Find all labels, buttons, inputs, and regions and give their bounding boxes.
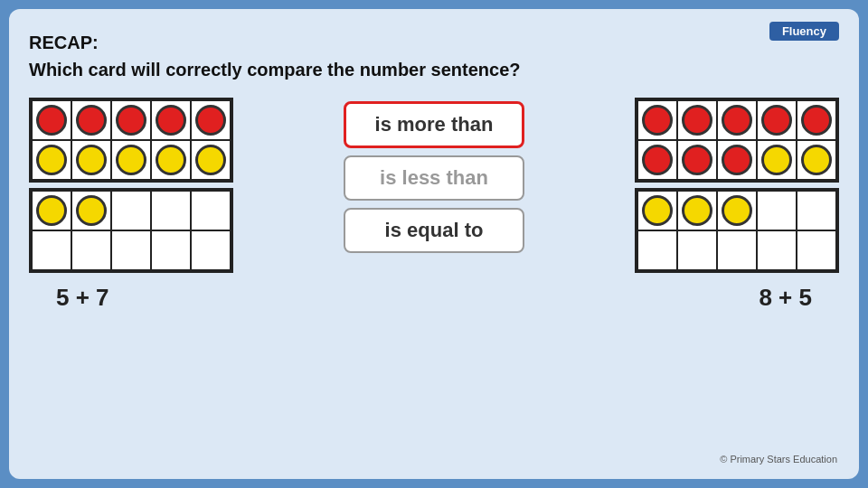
red-circle xyxy=(76,105,107,136)
cell xyxy=(151,230,191,270)
left-ten-frames xyxy=(29,98,233,273)
header-line2: Which card will correctly compare the nu… xyxy=(29,56,839,83)
is-equal-to-card[interactable]: is equal to xyxy=(344,208,524,253)
red-circle xyxy=(156,105,186,136)
comparison-cards: is more than is less than is equal to xyxy=(233,101,635,253)
main-panel: Fluency RECAP: Which card will correctly… xyxy=(9,9,859,479)
header-text: RECAP: Which card will correctly compare… xyxy=(29,29,839,83)
right-ten-frames xyxy=(635,98,839,273)
red-circle xyxy=(36,105,67,136)
red-circle xyxy=(722,145,752,175)
bottom-labels: 5 + 7 8 + 5 xyxy=(29,284,839,312)
red-circle xyxy=(642,145,673,175)
cell xyxy=(757,230,797,270)
yellow-circle xyxy=(761,145,792,175)
cell xyxy=(32,230,71,270)
right-equation: 8 + 5 xyxy=(759,284,812,312)
is-less-than-card[interactable]: is less than xyxy=(344,155,524,201)
cell xyxy=(71,230,111,270)
cell xyxy=(151,140,191,180)
yellow-circle xyxy=(682,195,712,226)
cell xyxy=(797,230,836,270)
right-bottom-frame xyxy=(635,188,839,273)
cell xyxy=(191,100,231,140)
cell xyxy=(757,140,797,180)
yellow-circle xyxy=(642,195,673,226)
left-equation: 5 + 7 xyxy=(56,284,109,312)
cell xyxy=(797,191,836,230)
yellow-circle xyxy=(801,145,832,175)
yellow-circle xyxy=(195,145,226,175)
cell xyxy=(677,100,717,140)
left-top-frame xyxy=(29,98,233,183)
red-circle xyxy=(682,105,712,136)
red-circle xyxy=(195,105,226,136)
main-layout: is more than is less than is equal to xyxy=(29,98,839,273)
cell xyxy=(111,140,151,180)
yellow-circle xyxy=(36,145,67,175)
cell xyxy=(637,140,677,180)
cell xyxy=(111,100,151,140)
cell xyxy=(677,230,717,270)
yellow-circle xyxy=(76,145,107,175)
cell xyxy=(757,100,797,140)
cell xyxy=(191,191,231,230)
copyright-text: © Primary Stars Education xyxy=(720,454,837,465)
cell xyxy=(717,230,757,270)
cell xyxy=(32,191,71,230)
red-circle xyxy=(801,105,832,136)
right-top-frame xyxy=(635,98,839,183)
yellow-circle xyxy=(76,195,107,226)
cell xyxy=(71,100,111,140)
cell xyxy=(32,140,71,180)
cell xyxy=(111,230,151,270)
cell xyxy=(717,140,757,180)
cell xyxy=(717,100,757,140)
red-circle xyxy=(761,105,792,136)
cell xyxy=(677,191,717,230)
cell xyxy=(71,191,111,230)
cell xyxy=(797,100,836,140)
cell xyxy=(677,140,717,180)
cell xyxy=(637,191,677,230)
yellow-circle xyxy=(156,145,186,175)
cell xyxy=(637,230,677,270)
cell xyxy=(71,140,111,180)
fluency-badge: Fluency xyxy=(769,22,839,41)
red-circle xyxy=(682,145,712,175)
cell xyxy=(151,191,191,230)
cell xyxy=(32,100,71,140)
cell xyxy=(757,191,797,230)
yellow-circle xyxy=(36,195,67,226)
red-circle xyxy=(722,105,752,136)
left-bottom-frame xyxy=(29,188,233,273)
cell xyxy=(151,100,191,140)
yellow-circle xyxy=(722,195,752,226)
yellow-circle xyxy=(116,145,146,175)
red-circle xyxy=(642,105,673,136)
cell xyxy=(191,140,231,180)
cell xyxy=(637,100,677,140)
cell xyxy=(111,191,151,230)
red-circle xyxy=(116,105,146,136)
header-line1: RECAP: xyxy=(29,29,839,56)
cell xyxy=(717,191,757,230)
is-more-than-card[interactable]: is more than xyxy=(344,101,524,148)
cell xyxy=(191,230,231,270)
cell xyxy=(797,140,836,180)
